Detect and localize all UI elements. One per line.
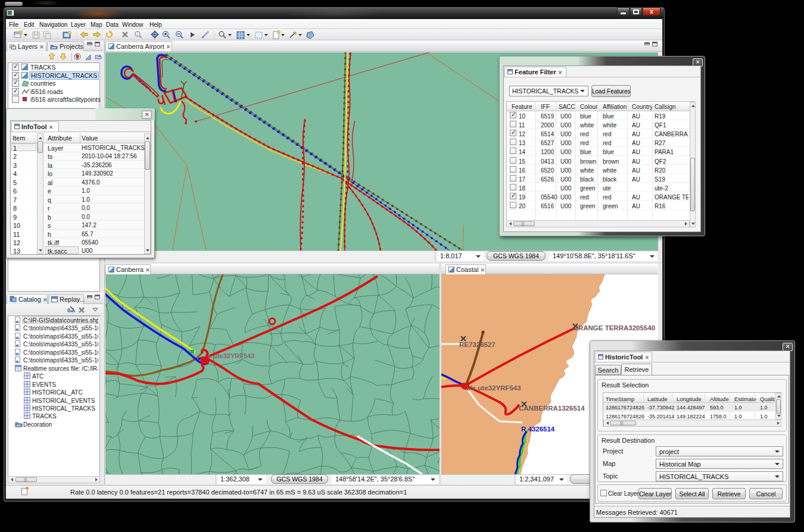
svg-text:b's ute32YRF543: b's ute32YRF543 [466,384,521,392]
svg-text:R 4326514: R 4326514 [521,425,555,433]
svg-text:ORANGE TERRA3205540: ORANGE TERRA3205540 [573,324,655,331]
svg-text:CANBERRA1326514: CANBERRA1326514 [519,405,585,412]
svg-text:s ute32YRF543: s ute32YRF543 [208,352,254,359]
svg-text:RE7326527: RE7326527 [459,341,496,348]
